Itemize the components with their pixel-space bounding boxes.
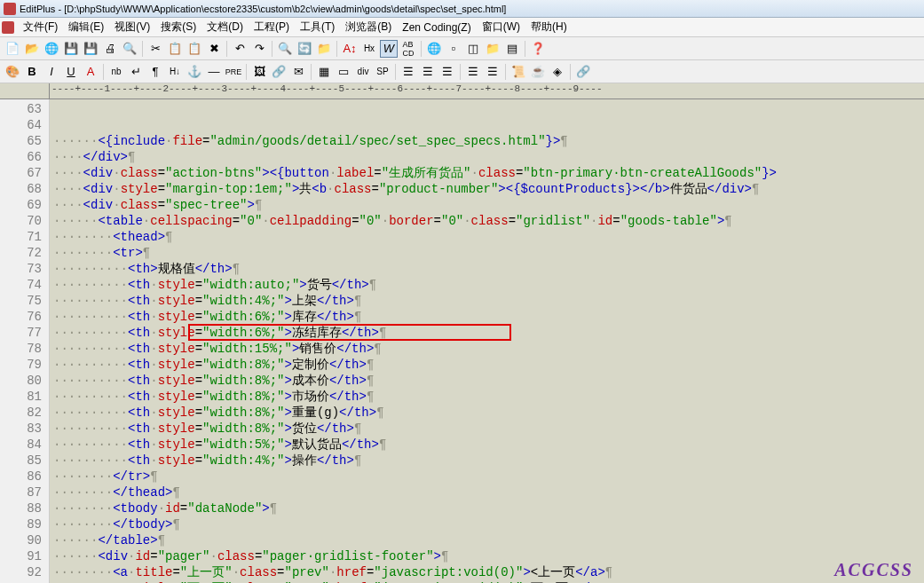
div-icon[interactable]: div <box>354 63 372 81</box>
link-icon[interactable]: 🔗 <box>270 63 288 81</box>
output-icon[interactable]: ▤ <box>503 40 521 58</box>
separator <box>103 64 104 80</box>
color-icon[interactable]: 🎨 <box>4 63 21 81</box>
ruler-gutter <box>0 83 50 98</box>
print-icon[interactable]: 🖨 <box>101 40 119 58</box>
delete-icon[interactable]: ✖ <box>205 40 223 58</box>
object-icon[interactable]: ◈ <box>549 63 566 81</box>
browser-icon[interactable]: 🌐 <box>425 40 443 58</box>
code-line[interactable]: ··········<th·style="width:8%;">定制价</th>… <box>53 357 924 373</box>
code-line[interactable]: ··········<th·style="width:8%;">市场价</th>… <box>53 389 924 405</box>
refresh-icon[interactable]: 🔗 <box>574 63 592 81</box>
split-icon[interactable]: ◫ <box>464 40 482 58</box>
titlebar: EditPlus - [D:\phpStudy\WWW\Application\… <box>0 0 924 18</box>
window-icon[interactable]: ▫ <box>445 40 462 58</box>
code-line[interactable]: ··········<th>规格值</th>¶ <box>53 261 924 277</box>
code-line[interactable]: ··········<th·style="width:6%;">冻结库存</th… <box>53 325 924 341</box>
code-line[interactable]: ····<div·class="spec-tree">¶ <box>53 197 924 213</box>
font-icon[interactable]: A <box>82 63 99 81</box>
code-line[interactable]: ····<div·style="margin-top:1em;">共<b·cla… <box>53 181 924 197</box>
code-line[interactable]: ········</tbody>¶ <box>53 516 924 532</box>
cut-icon[interactable]: ✂ <box>146 40 164 58</box>
directory-icon[interactable]: 📁 <box>484 40 501 58</box>
line-number: 65 <box>0 133 42 149</box>
list-ul-icon[interactable]: ☰ <box>464 63 482 81</box>
applet-icon[interactable]: ☕ <box>529 63 547 81</box>
open-remote-icon[interactable]: 🌐 <box>43 40 60 58</box>
para-icon[interactable]: ¶ <box>146 63 164 81</box>
align-left-icon[interactable]: ☰ <box>399 63 417 81</box>
underline-icon[interactable]: U <box>62 63 80 81</box>
align-center-icon[interactable]: ☰ <box>419 63 437 81</box>
code-line[interactable]: ··········<th·style="width:4%;">操作</th>¶ <box>53 453 924 469</box>
code-line[interactable]: ········<tr>¶ <box>53 245 924 261</box>
paste-icon[interactable]: 📋 <box>186 40 203 58</box>
pre-icon[interactable]: PRE <box>225 63 242 81</box>
copy-icon[interactable]: 📋 <box>166 40 184 58</box>
code-line[interactable]: ····</div>¶ <box>53 149 924 165</box>
code-line[interactable]: ····<div·class="action-btns"><{button·la… <box>53 165 924 181</box>
script-icon[interactable]: 📜 <box>509 63 527 81</box>
list-ol-icon[interactable]: ☰ <box>484 63 501 81</box>
menu-browser[interactable]: 浏览器(B) <box>340 18 397 36</box>
code-line[interactable]: ······<{include·file="admin/goods/detail… <box>53 133 924 149</box>
format-icon[interactable]: A↕ <box>341 40 359 58</box>
code-line[interactable]: ······</table>¶ <box>53 532 924 548</box>
break-icon[interactable]: ↵ <box>127 63 145 81</box>
italic-icon[interactable]: I <box>43 63 60 81</box>
spell-icon[interactable]: ABCD <box>399 40 417 58</box>
menu-tools[interactable]: 工具(T) <box>295 18 340 36</box>
code-area[interactable]: ······<{include·file="admin/goods/detail… <box>50 99 924 583</box>
new-file-icon[interactable]: 📄 <box>4 40 21 58</box>
code-line[interactable]: ··········<th·style="width:4%;">上架</th>¶ <box>53 293 924 309</box>
anchor-icon[interactable]: ⚓ <box>186 63 203 81</box>
image-icon[interactable]: 🖼 <box>250 63 268 81</box>
code-line[interactable]: ········<thead>¶ <box>53 229 924 245</box>
code-line[interactable]: ······<table·cellspacing="0"·cellpadding… <box>53 213 924 229</box>
code-line[interactable]: ········</tr>¶ <box>53 469 924 485</box>
code-line[interactable]: ··········<th·style="width:auto;">货号</th… <box>53 277 924 293</box>
menu-file[interactable]: 文件(F) <box>18 18 63 36</box>
menu-view[interactable]: 视图(V) <box>109 18 155 36</box>
menu-project[interactable]: 工程(P) <box>249 18 295 36</box>
code-line[interactable]: ······<div·id="pager"·class="pager·gridl… <box>53 548 924 564</box>
replace-icon[interactable]: 🔄 <box>296 40 313 58</box>
bold-icon[interactable]: B <box>23 63 41 81</box>
question-icon[interactable]: ❓ <box>529 40 547 58</box>
mail-icon[interactable]: ✉ <box>289 63 307 81</box>
heading-icon[interactable]: H↓ <box>166 63 184 81</box>
code-line[interactable]: ········</thead>¶ <box>53 485 924 500</box>
save-icon[interactable]: 💾 <box>62 40 80 58</box>
find-files-icon[interactable]: 📁 <box>315 40 333 58</box>
open-icon[interactable]: 📂 <box>23 40 41 58</box>
code-line[interactable]: ··········<th·style="width:8%;">成本价</th>… <box>53 373 924 389</box>
align-right-icon[interactable]: ☰ <box>438 63 456 81</box>
code-line[interactable]: ··········<th·style="width:5%;">默认货品</th… <box>53 437 924 453</box>
code-line[interactable]: ········<a·title="上一页"·class="prev"·href… <box>53 564 924 580</box>
find-icon[interactable]: 🔍 <box>276 40 294 58</box>
nbsp-icon[interactable]: nb <box>107 63 125 81</box>
wordwrap-icon[interactable]: W <box>380 40 398 58</box>
undo-icon[interactable]: ↶ <box>231 40 249 58</box>
save-all-icon[interactable]: 💾 <box>82 40 99 58</box>
code-line[interactable]: ··········<th·style="width:8%;">货位</th>¶ <box>53 421 924 437</box>
line-number: 70 <box>0 213 42 229</box>
code-line[interactable]: ··········<th·style="width:6%;">库存</th>¶ <box>53 309 924 325</box>
menu-edit[interactable]: 编辑(E) <box>63 18 109 36</box>
menu-help[interactable]: 帮助(H) <box>525 18 573 36</box>
code-line[interactable]: ········<tbody·id="dataNode">¶ <box>53 500 924 516</box>
preview-icon[interactable]: 🔍 <box>121 40 138 58</box>
hex-icon[interactable]: Hx <box>360 40 378 58</box>
span-icon[interactable]: SP <box>374 63 391 81</box>
form-icon[interactable]: ▭ <box>335 63 352 81</box>
code-line[interactable]: ··········<th·style="width:8%;">重量(g)</t… <box>53 405 924 421</box>
code-line[interactable]: ··········<th·style="width:15%;">销售价</th… <box>53 341 924 357</box>
menu-search[interactable]: 搜索(S) <box>155 18 201 36</box>
line-number: 75 <box>0 293 42 309</box>
table-icon[interactable]: ▦ <box>315 63 333 81</box>
hr-icon[interactable]: — <box>205 63 223 81</box>
menu-document[interactable]: 文档(D) <box>201 18 249 36</box>
redo-icon[interactable]: ↷ <box>250 40 268 58</box>
menu-window[interactable]: 窗口(W) <box>477 18 525 36</box>
menu-zencoding[interactable]: Zen Coding(Z) <box>397 20 476 35</box>
